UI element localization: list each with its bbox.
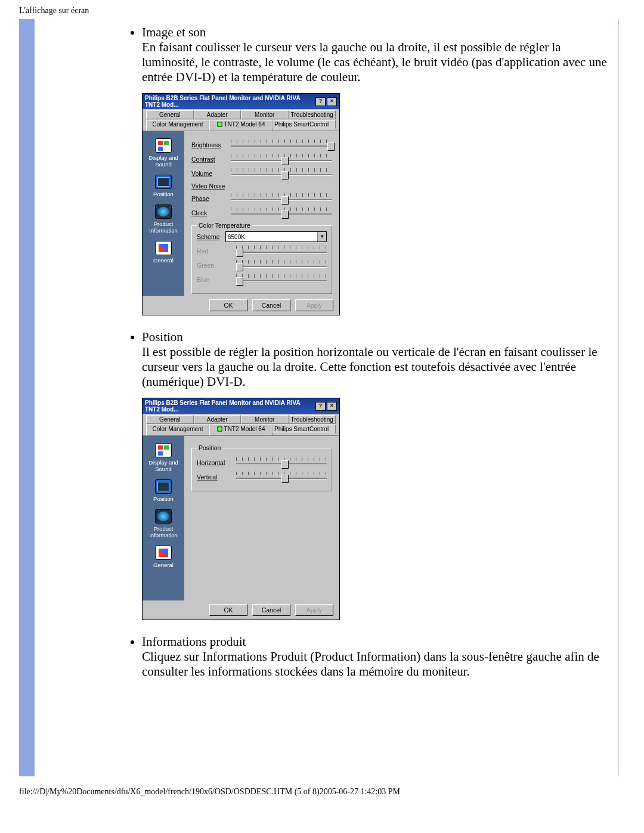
right-edge <box>618 19 625 776</box>
slider-row: Clock <box>191 208 332 218</box>
slider-row: Volume <box>191 168 332 179</box>
volume-slider[interactable] <box>231 168 332 179</box>
side-nav: Display and Sound Position Product Infor… <box>143 131 184 296</box>
dialog-title: Philips B2B Series Flat Panel Monitor an… <box>145 400 315 413</box>
tab-strip: General Adapter Monitor Troubleshooting … <box>143 414 339 436</box>
slider-row: Green <box>197 260 327 271</box>
position-icon <box>155 479 172 494</box>
page-footer: file:///D|/My%20Documents/dfu/X6_model/f… <box>0 776 644 810</box>
close-icon[interactable]: × <box>327 97 337 106</box>
document-body: Image et son En faisant coulisser le cur… <box>19 19 625 776</box>
slider-row: Red <box>197 246 327 256</box>
display-sound-icon <box>155 138 172 153</box>
dialog-titlebar[interactable]: Philips B2B Series Flat Panel Monitor an… <box>142 398 340 414</box>
apply-button[interactable]: Apply <box>295 604 333 616</box>
list-item: Image et son En faisant coulisser le cur… <box>142 25 612 315</box>
slider-label: Phase <box>191 195 231 202</box>
item-title: Informations produit <box>142 634 612 649</box>
display-sound-icon <box>155 443 172 457</box>
sidebar-item-label: Position <box>143 191 184 197</box>
vertical-slider[interactable] <box>236 472 327 482</box>
brightness-slider[interactable] <box>231 140 332 150</box>
slider-row: Phase <box>191 193 332 204</box>
slider-label: Brightness <box>191 141 231 148</box>
sidebar-item-general[interactable]: General <box>143 241 184 264</box>
tab-monitor[interactable]: Monitor <box>241 415 289 424</box>
general-icon <box>155 241 172 255</box>
sidebar-item-display-sound[interactable]: Display and Sound <box>143 138 184 168</box>
slider-row: Vertical <box>197 472 327 482</box>
tab-troubleshooting[interactable]: Troubleshooting <box>289 415 336 424</box>
ok-button[interactable]: OK <box>209 604 247 616</box>
list-item: Position Il est possible de régler la po… <box>142 330 612 620</box>
tab-strip: General Adapter Monitor Troubleshooting … <box>143 109 339 131</box>
tab-color-management[interactable]: Color Management <box>146 120 209 131</box>
scheme-value: 6500K <box>228 234 245 240</box>
red-slider[interactable] <box>236 246 327 256</box>
group-legend: Color Temperature <box>197 222 252 229</box>
sidebar-item-general[interactable]: General <box>143 546 184 568</box>
sidebar-item-position[interactable]: Position <box>143 479 184 502</box>
slider-row: Brightness <box>191 140 332 150</box>
tab-tnt2[interactable]: TNT2 Model 64 <box>209 120 273 131</box>
slider-label: Video Noise <box>191 182 231 190</box>
sidebar-item-label: General <box>143 562 184 568</box>
general-icon <box>155 546 172 560</box>
chevron-down-icon[interactable]: ▾ <box>317 232 326 241</box>
sidebar-item-product-info[interactable]: Product Information <box>143 205 184 234</box>
dialog-titlebar[interactable]: Philips B2B Series Flat Panel Monitor an… <box>142 93 340 109</box>
color-temperature-group: Color Temperature Scheme 6500K▾ Red Gree… <box>191 222 332 294</box>
slider-row: Contrast <box>191 154 332 165</box>
apply-button[interactable]: Apply <box>295 299 333 311</box>
cancel-button[interactable]: Cancel <box>252 604 290 616</box>
ok-button[interactable]: OK <box>209 299 247 311</box>
slider-label: Contrast <box>191 156 231 163</box>
tab-smartcontrol[interactable]: Philips SmartControl <box>273 120 336 129</box>
list-item: Informations produit Cliquez sur Informa… <box>142 634 612 679</box>
settings-form: Position Horizontal Vertical <box>184 436 339 600</box>
sidebar-item-display-sound[interactable]: Display and Sound <box>143 443 184 472</box>
tab-adapter[interactable]: Adapter <box>194 110 242 119</box>
phase-slider[interactable] <box>231 193 332 204</box>
item-body: En faisant coulisser le curseur vers la … <box>142 40 612 85</box>
item-body: Il est possible de régler la position ho… <box>142 345 612 389</box>
sidebar-item-label: Display and Sound <box>143 154 184 168</box>
tab-troubleshooting[interactable]: Troubleshooting <box>289 110 336 119</box>
horizontal-slider[interactable] <box>236 457 327 468</box>
green-slider[interactable] <box>236 260 327 271</box>
nvidia-icon <box>217 122 222 127</box>
item-title: Position <box>142 330 612 345</box>
tab-tnt2-label: TNT2 Model 64 <box>224 121 265 128</box>
clock-slider[interactable] <box>231 208 332 218</box>
tab-tnt2[interactable]: TNT2 Model 64 <box>209 425 273 436</box>
tab-general[interactable]: General <box>146 110 194 119</box>
tab-tnt2-label: TNT2 Model 64 <box>224 426 265 432</box>
help-icon[interactable]: ? <box>315 402 326 411</box>
cancel-button[interactable]: Cancel <box>252 299 290 311</box>
sidebar-item-label: Position <box>143 496 184 502</box>
close-icon[interactable]: × <box>327 402 337 411</box>
tab-general[interactable]: General <box>146 415 194 424</box>
blue-slider[interactable] <box>236 274 327 285</box>
slider-label: Red <box>197 247 236 255</box>
dialog-title: Philips B2B Series Flat Panel Monitor an… <box>145 95 315 108</box>
product-info-icon <box>155 509 172 524</box>
tab-color-management[interactable]: Color Management <box>146 425 209 436</box>
tab-monitor[interactable]: Monitor <box>241 110 289 119</box>
sidebar-item-label: Product Information <box>143 221 184 234</box>
position-group: Position Horizontal Vertical <box>191 444 332 491</box>
side-nav: Display and Sound Position Product Infor… <box>143 436 184 600</box>
settings-form: Brightness Contrast Volume Video Noise P… <box>184 131 339 296</box>
slider-label: Clock <box>191 209 231 216</box>
slider-label: Volume <box>191 170 231 177</box>
sidebar-item-position[interactable]: Position <box>143 175 184 197</box>
scheme-select[interactable]: 6500K▾ <box>225 231 327 242</box>
tab-smartcontrol[interactable]: Philips SmartControl <box>273 425 336 433</box>
left-color-bar <box>19 19 35 776</box>
help-icon[interactable]: ? <box>315 97 326 106</box>
bullet-list: Image et son En faisant coulisser le cur… <box>41 25 612 679</box>
sidebar-item-product-info[interactable]: Product Information <box>143 509 184 538</box>
contrast-slider[interactable] <box>231 154 332 165</box>
group-legend: Position <box>197 444 222 451</box>
tab-adapter[interactable]: Adapter <box>194 415 242 424</box>
